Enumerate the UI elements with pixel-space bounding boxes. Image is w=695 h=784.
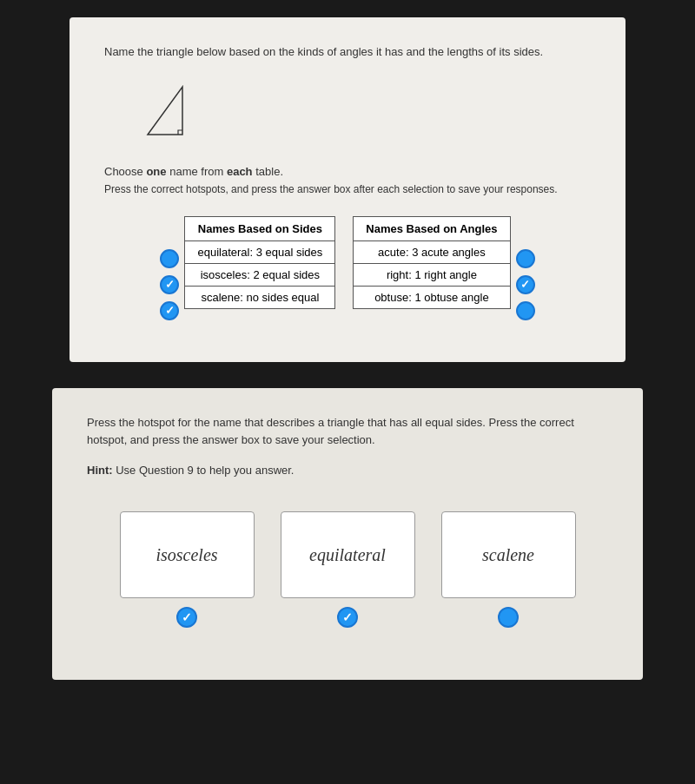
card-scalene[interactable]: scalene — [441, 511, 576, 598]
triangle-svg — [130, 78, 200, 148]
sides-hotspots — [160, 216, 179, 327]
angles-row-3[interactable]: obtuse: 1 obtuse angle — [354, 286, 510, 308]
sides-hotspot-3[interactable] — [160, 301, 179, 320]
angles-header: Names Based on Angles — [354, 216, 510, 240]
sides-hotspot-2[interactable] — [160, 275, 179, 294]
choose-text: Choose one name from each table. — [104, 165, 591, 178]
bottom-section: Press the hotspot for the name that desc… — [52, 388, 643, 681]
angles-table: Names Based on Angles acute: 3 acute ang… — [353, 216, 510, 309]
top-instruction: Name the triangle below based on the kin… — [104, 43, 591, 61]
card-equilateral-hotspot[interactable] — [337, 607, 358, 628]
press-instruction: Press the correct hotspots, and press th… — [104, 183, 591, 195]
card-isosceles-wrapper: isosceles — [120, 511, 255, 628]
angles-row-2[interactable]: right: 1 right angle — [354, 263, 510, 286]
angles-hotspot-1[interactable] — [516, 249, 535, 268]
angles-hotspot-3[interactable] — [516, 301, 535, 320]
angles-hotspot-2[interactable] — [516, 275, 535, 294]
sides-table-wrapper: Names Based on Sides equilateral: 3 equa… — [160, 216, 335, 327]
sides-hotspot-1[interactable] — [160, 249, 179, 268]
sides-row-2[interactable]: isosceles: 2 equal sides — [185, 263, 335, 286]
bottom-instruction: Press the hotspot for the name that desc… — [87, 414, 608, 451]
card-scalene-wrapper: scalene — [441, 511, 576, 628]
card-scalene-hotspot[interactable] — [498, 607, 519, 628]
top-section: Name the triangle below based on the kin… — [70, 17, 626, 362]
tables-container: Names Based on Sides equilateral: 3 equa… — [104, 216, 591, 327]
triangle-figure — [130, 78, 200, 148]
angles-row-1[interactable]: acute: 3 acute angles — [354, 240, 510, 263]
sides-row-3[interactable]: scalene: no sides equal — [185, 286, 335, 308]
card-isosceles[interactable]: isosceles — [120, 511, 255, 598]
answer-cards: isosceles equilateral scalene — [87, 511, 608, 628]
angles-table-wrapper: Names Based on Angles acute: 3 acute ang… — [353, 216, 534, 327]
hint-text: Hint: Use Question 9 to help you answer. — [87, 464, 608, 477]
sides-table: Names Based on Sides equilateral: 3 equa… — [184, 216, 335, 309]
card-equilateral[interactable]: equilateral — [281, 511, 415, 598]
card-isosceles-hotspot[interactable] — [176, 607, 197, 628]
angles-hotspots — [516, 216, 535, 327]
sides-row-1[interactable]: equilateral: 3 equal sides — [185, 240, 335, 263]
card-equilateral-wrapper: equilateral — [281, 511, 415, 628]
svg-marker-0 — [148, 87, 182, 135]
sides-header: Names Based on Sides — [185, 216, 335, 240]
